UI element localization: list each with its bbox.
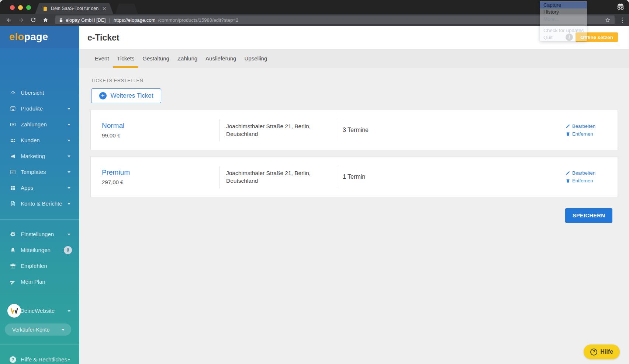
home-icon[interactable] [42,16,49,24]
main-content: e-Ticket i Offline setzen Event Tickets … [79,26,629,364]
account-switcher[interactable]: DeineWebsite [0,304,79,318]
sidebar-item-label: Mein Plan [21,279,45,285]
sidebar-item-uebersicht[interactable]: Übersicht [0,85,79,101]
chevron-down-icon [68,140,70,141]
tab-title: Dein SaaS-Tool für den Verkau [51,6,100,11]
tab-zahlung[interactable]: Zahlung [177,49,197,68]
menu-item-more[interactable]: More... [540,15,587,22]
chevron-down-icon [68,171,70,173]
page-title: e-Ticket [87,32,120,42]
card-divider [220,119,220,141]
sidebar-item-hilfe-rechtliches[interactable]: ? Hilfe & Rechtliches [0,351,79,364]
trash-icon [566,178,570,183]
menu-item-capture[interactable]: Capture [540,1,587,8]
delete-ticket-link[interactable]: Entfernen [566,178,593,183]
minimize-window-button[interactable] [18,5,23,10]
ticket-name[interactable]: Normal [102,122,212,130]
tab-tickets[interactable]: Tickets [117,49,134,68]
incognito-icon [616,3,625,11]
lock-icon [59,18,63,22]
url-security-label: elopay GmbH [DE] [66,17,106,23]
url-path: /common/products/15988/edit?step=2 [158,17,238,23]
ticket-card-premium: Premium 297,00 € Joachimsthaler Straße 2… [90,157,618,197]
url-separator: | [109,17,110,23]
sidebar: elopage Übersicht Produkte Zahlungen [0,26,79,364]
chevron-down-icon [68,155,70,157]
browser-tab[interactable]: Dein SaaS-Tool für den Verkau ✕ [35,3,113,14]
users-icon [10,137,16,144]
ticket-appointments: 3 Termine [343,127,369,133]
card-divider [337,119,337,141]
sidebar-item-label: Marketing [21,153,45,159]
reload-icon[interactable] [30,16,37,24]
sidebar-item-kunden[interactable]: Kunden [0,132,79,148]
ticket-price: 99,00 € [102,132,212,139]
delete-ticket-link[interactable]: Entfernen [566,131,593,137]
browser-menu-icon[interactable]: ⋮ [619,16,625,24]
banknote-icon [10,121,16,128]
sidebar-item-einstellungen[interactable]: Einstellungen [0,226,79,242]
help-label: Hilfe [600,349,613,355]
fullscreen-window-button[interactable] [26,5,31,10]
new-tab-area[interactable] [115,4,138,14]
gear-icon [10,231,16,238]
tab-auslieferung[interactable]: Auslieferung [205,49,236,68]
add-ticket-button[interactable]: + Weiteres Ticket [91,88,161,103]
chevron-down-icon [68,187,70,189]
gauge-icon [10,90,16,96]
menu-separator [540,22,587,27]
gift-icon [10,263,16,269]
help-button[interactable]: ? Hilfe [584,344,620,359]
menu-item-quit[interactable]: Quit [540,34,587,41]
ticket-name[interactable]: Premium [102,168,212,176]
sidebar-item-empfehlen[interactable]: Empfehlen [0,258,79,274]
browser-window: Dein SaaS-Tool für den Verkau ✕ [0,0,629,364]
tab-gestaltung[interactable]: Gestaltung [142,49,169,68]
sidebar-item-zahlungen[interactable]: Zahlungen [0,116,79,132]
sidebar-item-mitteilungen[interactable]: Mitteilungen 0 [0,242,79,258]
menu-item-history[interactable]: History [540,8,587,15]
sidebar-item-marketing[interactable]: Marketing [0,148,79,164]
pencil-icon [566,124,570,129]
sidebar-item-label: Mitteilungen [21,247,51,253]
chevron-down-icon [68,310,70,312]
save-button[interactable]: SPEICHERN [565,208,612,223]
sidebar-divider [0,344,79,344]
section-label: TICKETS ERSTELLEN [91,78,143,83]
tab-close-icon[interactable]: ✕ [102,6,107,11]
elopage-logo[interactable]: elopage [0,26,79,48]
forward-icon[interactable] [17,16,25,24]
grid-icon [10,185,16,191]
sidebar-item-label: Produkte [21,105,43,112]
browser-titlebar: Dein SaaS-Tool für den Verkau ✕ [0,0,629,14]
close-window-button[interactable] [10,5,15,10]
account-type-label: Verkäufer-Konto [12,327,49,333]
card-divider [220,166,220,188]
edit-ticket-link[interactable]: Bearbeiten [566,170,595,176]
sidebar-item-produkte[interactable]: Produkte [0,101,79,116]
window-controls [10,5,31,10]
sidebar-divider [0,219,79,220]
back-icon[interactable] [5,16,13,24]
menu-item-check-updates[interactable]: Check for updates [540,27,587,34]
sidebar-item-label: Zahlungen [21,121,47,127]
sidebar-item-apps[interactable]: Apps [0,180,79,196]
megaphone-icon [10,153,16,160]
bell-icon [10,247,16,253]
sidebar-footer-nav: ? Hilfe & Rechtliches Kontakt [0,351,79,364]
tab-event[interactable]: Event [95,49,109,68]
edit-ticket-link[interactable]: Bearbeiten [566,123,595,129]
ticket-address: Joachimsthaler Straße 21, Berlin, Deutsc… [226,169,329,185]
sidebar-item-templates[interactable]: Templates [0,164,79,180]
sidebar-item-label: Einstellungen [21,231,54,237]
sidebar-item-mein-plan[interactable]: Mein Plan [0,274,79,290]
sidebar-item-konto-berichte[interactable]: Konto & Berichte [0,196,79,211]
account-type-dropdown[interactable]: Verkäufer-Konto [5,323,71,336]
avatar [7,304,21,318]
ticket-price: 297,00 € [102,179,212,185]
card-divider [337,166,337,188]
chevron-down-icon [68,203,70,205]
address-bar[interactable]: elopay GmbH [DE] | https://elopage.com/c… [55,15,615,24]
bookmark-star-icon[interactable] [605,17,611,23]
tab-upselling[interactable]: Upselling [244,49,267,68]
